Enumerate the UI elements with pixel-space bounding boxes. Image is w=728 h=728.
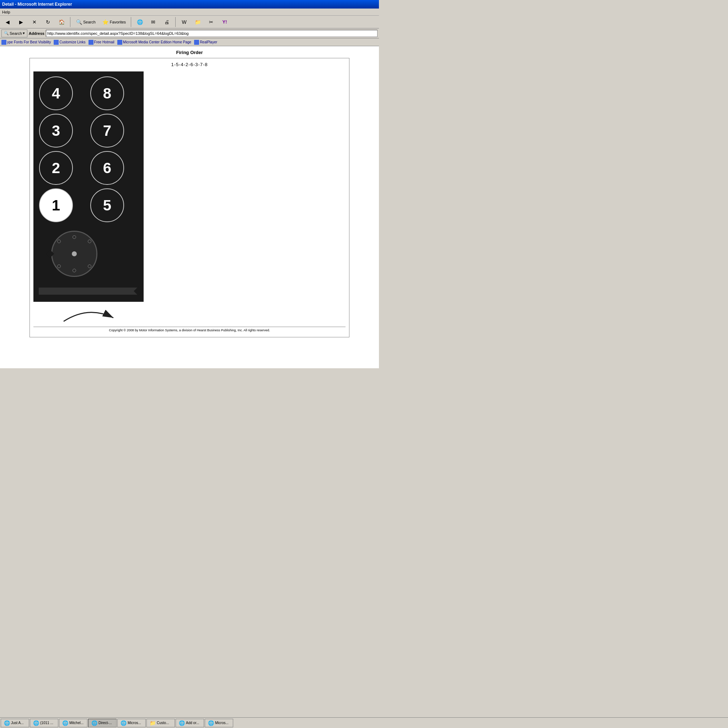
dist-dot-br [88, 265, 91, 268]
word-button[interactable]: W [178, 17, 190, 27]
address-search-button[interactable]: 🔍 Search ▾ [2, 29, 28, 37]
cylinder-4: 4 [39, 76, 73, 110]
folder-icon: 📁 [194, 18, 201, 26]
engine-diagram: 4 8 3 7 2 6 1 5 [34, 72, 346, 327]
links-bar-item-4[interactable]: RealPlayer [194, 40, 217, 45]
separator-2 [131, 17, 131, 27]
link-icon-4 [194, 40, 199, 45]
yahoo-icon: Y! [221, 18, 228, 26]
refresh-button[interactable]: ↻ [42, 17, 54, 27]
folder-button[interactable]: 📁 [191, 17, 204, 27]
search-label: Search [83, 20, 96, 24]
links-bar-item-3[interactable]: Microsoft Media Center Edition Home Page [117, 40, 191, 45]
cylinder-2: 2 [39, 151, 73, 185]
favorites-label: Favorites [110, 20, 126, 24]
link-icon-2 [89, 40, 93, 45]
crankshaft-bar [39, 288, 138, 295]
cut-button[interactable]: ✂ [205, 17, 217, 27]
search-icon: 🔍 [75, 18, 83, 26]
separator-1 [70, 17, 70, 27]
cylinder-1: 1 [39, 188, 73, 222]
distributor-center-dot [72, 251, 77, 256]
link-icon-3 [117, 40, 122, 45]
distributor [51, 231, 97, 277]
back-button[interactable]: ◀ [2, 17, 14, 27]
stop-icon: ✕ [31, 18, 38, 26]
links-bar-item-2[interactable]: Free Hotmail [89, 40, 115, 45]
distributor-diamond-left [46, 250, 54, 258]
mail-button[interactable]: ✉ [147, 17, 159, 27]
forward-icon: ▶ [17, 18, 24, 26]
search-icon-small: 🔍 [4, 31, 9, 35]
favorites-button[interactable]: ⭐ Favorites [99, 17, 128, 27]
yahoo-button[interactable]: Y! [219, 17, 231, 27]
star-icon: ⭐ [102, 18, 109, 26]
arrow-section [34, 302, 144, 327]
links-bar: ype Fonts For Best Visibility Customize … [0, 38, 379, 46]
menu-bar: Help [0, 9, 379, 16]
crankshaft-section [34, 280, 144, 302]
refresh-icon: ↻ [44, 18, 52, 26]
firing-order-text: 1-5-4-2-6-3-7-8 [34, 62, 346, 67]
cylinders-grid: 4 8 3 7 2 6 1 5 [34, 72, 144, 227]
copyright-text: Copyright © 2008 by Motor Information Sy… [34, 327, 346, 333]
print-button[interactable]: 🖨 [161, 17, 173, 27]
print-icon: 🖨 [163, 18, 170, 26]
cylinder-5: 5 [90, 188, 124, 222]
home-button[interactable]: 🏠 [55, 17, 67, 27]
address-label: Address [29, 31, 44, 35]
crank-diamond-right [134, 286, 142, 295]
dist-dot-top [72, 236, 76, 239]
link-icon-1 [54, 40, 59, 45]
media-button[interactable]: 🌐 [134, 17, 146, 27]
rotation-arrow-svg [53, 304, 124, 325]
title-bar: Detail - Microsoft Internet Explorer [0, 0, 379, 9]
content-area: Firing Order 1-5-4-2-6-3-7-8 4 8 3 7 2 6 [0, 46, 379, 368]
cylinder-3: 3 [39, 114, 73, 147]
window-title: Detail - Microsoft Internet Explorer [2, 2, 72, 7]
dist-dot-bl [57, 265, 61, 268]
home-icon: 🏠 [58, 18, 65, 26]
dist-dot-tl [57, 240, 61, 243]
link-icon-0 [2, 40, 6, 45]
media-icon: 🌐 [136, 18, 143, 26]
search-btn-label: Search [9, 31, 22, 35]
search-button[interactable]: 🔍 Search [73, 17, 98, 27]
back-icon: ◀ [4, 18, 11, 26]
page-title: Firing Order [3, 50, 375, 55]
word-icon: W [180, 18, 188, 26]
address-input[interactable] [46, 30, 378, 37]
links-bar-item-0[interactable]: ype Fonts For Best Visibility [2, 40, 51, 45]
cylinder-8: 8 [90, 76, 124, 110]
stop-button[interactable]: ✕ [28, 17, 41, 27]
cut-icon: ✂ [208, 18, 215, 26]
menu-help[interactable]: Help [2, 10, 10, 14]
cylinder-6: 6 [90, 151, 124, 185]
diagram-container: 1-5-4-2-6-3-7-8 4 8 3 7 2 6 1 5 [29, 58, 349, 337]
forward-button[interactable]: ▶ [15, 17, 27, 27]
distributor-section [34, 227, 144, 280]
address-bar: 🔍 Search ▾ Address [0, 28, 379, 38]
dist-dot-tr [88, 240, 91, 243]
links-bar-item-1[interactable]: Customize Links [54, 40, 85, 45]
dist-dot-bottom [72, 269, 76, 272]
separator-3 [175, 17, 176, 27]
toolbar: ◀ ▶ ✕ ↻ 🏠 🔍 Search ⭐ Favorites 🌐 ✉ 🖨 W 📁… [0, 16, 379, 28]
dropdown-arrow: ▾ [23, 31, 25, 35]
cylinder-7: 7 [90, 114, 124, 147]
mail-icon: ✉ [150, 18, 157, 26]
